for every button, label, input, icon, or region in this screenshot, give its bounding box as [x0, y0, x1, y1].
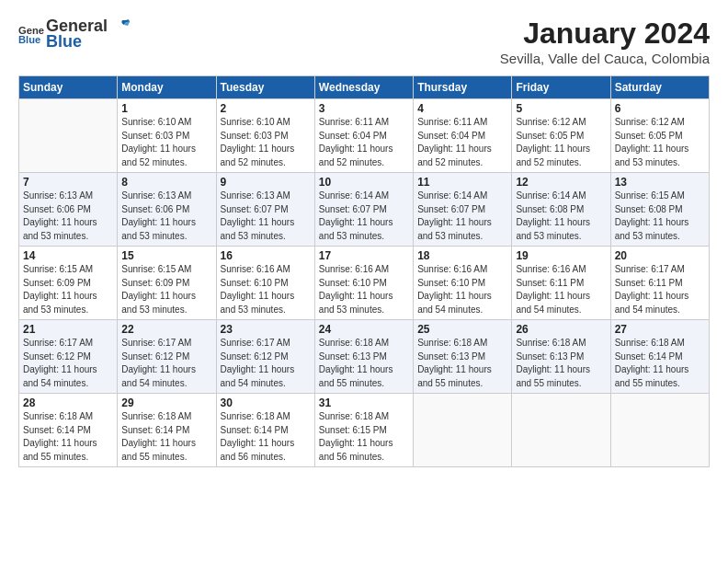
- day-cell: 29 Sunrise: 6:18 AM Sunset: 6:14 PM Dayl…: [118, 394, 216, 467]
- day-number: 21: [23, 323, 113, 336]
- day-number: 9: [221, 176, 311, 189]
- day-info: Sunrise: 6:16 AM Sunset: 6:10 PM Dayligh…: [221, 263, 311, 316]
- header: General Blue General Blue Jan: [18, 17, 710, 66]
- day-cell: 23 Sunrise: 6:17 AM Sunset: 6:12 PM Dayl…: [216, 320, 314, 394]
- day-info: Sunrise: 6:14 AM Sunset: 6:08 PM Dayligh…: [516, 190, 606, 243]
- day-info: Sunrise: 6:11 AM Sunset: 6:04 PM Dayligh…: [417, 116, 507, 169]
- day-cell: 10 Sunrise: 6:14 AM Sunset: 6:07 PM Dayl…: [314, 173, 413, 247]
- day-cell: 16 Sunrise: 6:16 AM Sunset: 6:10 PM Dayl…: [216, 247, 314, 320]
- day-number: 12: [516, 176, 606, 189]
- col-monday: Monday: [118, 76, 216, 99]
- week-row-5: 28 Sunrise: 6:18 AM Sunset: 6:14 PM Dayl…: [19, 394, 710, 467]
- day-info: Sunrise: 6:18 AM Sunset: 6:15 PM Dayligh…: [319, 410, 409, 464]
- col-tuesday: Tuesday: [216, 76, 314, 99]
- day-number: 17: [319, 249, 409, 262]
- day-number: 23: [221, 323, 311, 336]
- day-cell: 28 Sunrise: 6:18 AM Sunset: 6:14 PM Dayl…: [19, 394, 118, 467]
- day-number: 18: [417, 249, 507, 262]
- day-cell: 3 Sunrise: 6:11 AM Sunset: 6:04 PM Dayli…: [314, 99, 413, 173]
- day-cell: 9 Sunrise: 6:13 AM Sunset: 6:07 PM Dayli…: [216, 173, 314, 247]
- col-saturday: Saturday: [610, 76, 709, 99]
- day-info: Sunrise: 6:13 AM Sunset: 6:06 PM Dayligh…: [23, 190, 113, 243]
- day-number: 16: [221, 249, 311, 262]
- day-cell: 14 Sunrise: 6:15 AM Sunset: 6:09 PM Dayl…: [19, 247, 118, 320]
- day-cell: 6 Sunrise: 6:12 AM Sunset: 6:05 PM Dayli…: [610, 99, 709, 173]
- day-cell: 30 Sunrise: 6:18 AM Sunset: 6:14 PM Dayl…: [216, 394, 314, 467]
- day-cell: 8 Sunrise: 6:13 AM Sunset: 6:06 PM Dayli…: [118, 173, 216, 247]
- week-row-1: 1 Sunrise: 6:10 AM Sunset: 6:03 PM Dayli…: [19, 99, 710, 173]
- day-number: 31: [319, 396, 409, 409]
- logo: General Blue General Blue: [18, 17, 130, 52]
- day-number: 7: [23, 176, 113, 189]
- day-cell: 22 Sunrise: 6:17 AM Sunset: 6:12 PM Dayl…: [118, 320, 216, 394]
- day-info: Sunrise: 6:18 AM Sunset: 6:14 PM Dayligh…: [121, 410, 211, 464]
- day-cell: 5 Sunrise: 6:12 AM Sunset: 6:05 PM Dayli…: [512, 99, 610, 173]
- calendar-table: Sunday Monday Tuesday Wednesday Thursday…: [18, 75, 710, 467]
- day-number: 10: [319, 176, 409, 189]
- day-info: Sunrise: 6:16 AM Sunset: 6:10 PM Dayligh…: [417, 263, 507, 316]
- day-info: Sunrise: 6:14 AM Sunset: 6:07 PM Dayligh…: [319, 190, 409, 243]
- day-info: Sunrise: 6:12 AM Sunset: 6:05 PM Dayligh…: [516, 116, 606, 169]
- day-cell: 1 Sunrise: 6:10 AM Sunset: 6:03 PM Dayli…: [118, 99, 216, 173]
- logo-icon: General Blue: [18, 21, 44, 47]
- day-cell: [19, 99, 118, 173]
- col-wednesday: Wednesday: [314, 76, 413, 99]
- day-info: Sunrise: 6:14 AM Sunset: 6:07 PM Dayligh…: [417, 190, 507, 243]
- title-area: January 2024 Sevilla, Valle del Cauca, C…: [500, 17, 710, 66]
- day-info: Sunrise: 6:15 AM Sunset: 6:08 PM Dayligh…: [615, 190, 705, 243]
- day-number: 19: [516, 249, 606, 262]
- day-number: 15: [121, 249, 211, 262]
- day-cell: [414, 394, 512, 467]
- bird-icon: [109, 18, 130, 35]
- day-number: 28: [23, 396, 113, 409]
- day-info: Sunrise: 6:17 AM Sunset: 6:11 PM Dayligh…: [615, 263, 705, 316]
- day-cell: 21 Sunrise: 6:17 AM Sunset: 6:12 PM Dayl…: [19, 320, 118, 394]
- day-info: Sunrise: 6:15 AM Sunset: 6:09 PM Dayligh…: [121, 263, 211, 316]
- day-number: 13: [615, 176, 705, 189]
- day-number: 6: [615, 102, 705, 115]
- day-cell: 20 Sunrise: 6:17 AM Sunset: 6:11 PM Dayl…: [610, 247, 709, 320]
- day-info: Sunrise: 6:16 AM Sunset: 6:10 PM Dayligh…: [319, 263, 409, 316]
- day-cell: 13 Sunrise: 6:15 AM Sunset: 6:08 PM Dayl…: [610, 173, 709, 247]
- day-number: 29: [121, 396, 211, 409]
- day-info: Sunrise: 6:18 AM Sunset: 6:14 PM Dayligh…: [615, 337, 705, 390]
- location-title: Sevilla, Valle del Cauca, Colombia: [500, 51, 710, 66]
- day-cell: 12 Sunrise: 6:14 AM Sunset: 6:08 PM Dayl…: [512, 173, 610, 247]
- page: General Blue General Blue Jan: [0, 0, 728, 477]
- day-number: 22: [121, 323, 211, 336]
- day-cell: 27 Sunrise: 6:18 AM Sunset: 6:14 PM Dayl…: [610, 320, 709, 394]
- day-number: 3: [319, 102, 409, 115]
- day-cell: 19 Sunrise: 6:16 AM Sunset: 6:11 PM Dayl…: [512, 247, 610, 320]
- day-number: 2: [221, 102, 311, 115]
- day-info: Sunrise: 6:13 AM Sunset: 6:07 PM Dayligh…: [221, 190, 311, 243]
- day-cell: 24 Sunrise: 6:18 AM Sunset: 6:13 PM Dayl…: [314, 320, 413, 394]
- day-info: Sunrise: 6:12 AM Sunset: 6:05 PM Dayligh…: [615, 116, 705, 169]
- day-cell: 18 Sunrise: 6:16 AM Sunset: 6:10 PM Dayl…: [414, 247, 512, 320]
- day-info: Sunrise: 6:16 AM Sunset: 6:11 PM Dayligh…: [516, 263, 606, 316]
- header-row: Sunday Monday Tuesday Wednesday Thursday…: [19, 76, 710, 99]
- day-info: Sunrise: 6:18 AM Sunset: 6:14 PM Dayligh…: [221, 410, 311, 464]
- day-info: Sunrise: 6:18 AM Sunset: 6:13 PM Dayligh…: [319, 337, 409, 390]
- week-row-2: 7 Sunrise: 6:13 AM Sunset: 6:06 PM Dayli…: [19, 173, 710, 247]
- day-info: Sunrise: 6:10 AM Sunset: 6:03 PM Dayligh…: [121, 116, 211, 169]
- col-friday: Friday: [512, 76, 610, 99]
- svg-text:Blue: Blue: [18, 34, 40, 45]
- day-info: Sunrise: 6:10 AM Sunset: 6:03 PM Dayligh…: [221, 116, 311, 169]
- week-row-3: 14 Sunrise: 6:15 AM Sunset: 6:09 PM Dayl…: [19, 247, 710, 320]
- day-info: Sunrise: 6:17 AM Sunset: 6:12 PM Dayligh…: [221, 337, 311, 390]
- day-cell: 25 Sunrise: 6:18 AM Sunset: 6:13 PM Dayl…: [414, 320, 512, 394]
- day-cell: 7 Sunrise: 6:13 AM Sunset: 6:06 PM Dayli…: [19, 173, 118, 247]
- day-number: 30: [221, 396, 311, 409]
- day-cell: 11 Sunrise: 6:14 AM Sunset: 6:07 PM Dayl…: [414, 173, 512, 247]
- day-info: Sunrise: 6:15 AM Sunset: 6:09 PM Dayligh…: [23, 263, 113, 316]
- week-row-4: 21 Sunrise: 6:17 AM Sunset: 6:12 PM Dayl…: [19, 320, 710, 394]
- day-number: 4: [417, 102, 507, 115]
- col-sunday: Sunday: [19, 76, 118, 99]
- day-info: Sunrise: 6:18 AM Sunset: 6:13 PM Dayligh…: [417, 337, 507, 390]
- day-number: 5: [516, 102, 606, 115]
- day-info: Sunrise: 6:18 AM Sunset: 6:13 PM Dayligh…: [516, 337, 606, 390]
- day-info: Sunrise: 6:17 AM Sunset: 6:12 PM Dayligh…: [121, 337, 211, 390]
- day-cell: 15 Sunrise: 6:15 AM Sunset: 6:09 PM Dayl…: [118, 247, 216, 320]
- day-number: 24: [319, 323, 409, 336]
- day-cell: 4 Sunrise: 6:11 AM Sunset: 6:04 PM Dayli…: [414, 99, 512, 173]
